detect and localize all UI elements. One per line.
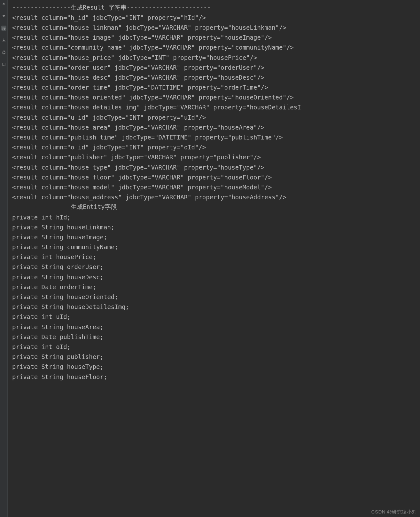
code-line[interactable]: <result column="house_model" jdbcType="V… bbox=[12, 182, 420, 192]
code-line[interactable]: private Date publishTime; bbox=[12, 332, 420, 342]
code-line[interactable]: private String communityName; bbox=[12, 242, 420, 252]
code-line[interactable]: <result column="u_id" jdbcType="INT" pro… bbox=[12, 112, 420, 122]
code-line[interactable]: private String houseFloor; bbox=[12, 372, 420, 382]
code-line[interactable]: private int housePrice; bbox=[12, 252, 420, 262]
code-line[interactable]: private String orderUser; bbox=[12, 262, 420, 272]
code-line[interactable]: private String houseType; bbox=[12, 362, 420, 372]
code-line[interactable]: <result column="publish_time" jdbcType="… bbox=[12, 132, 420, 142]
code-line[interactable]: private String houseImage; bbox=[12, 232, 420, 242]
code-line[interactable]: <result column="house_image" jdbcType="V… bbox=[12, 33, 420, 43]
arrow-up-icon[interactable] bbox=[1, 1, 6, 6]
download-icon[interactable] bbox=[1, 38, 6, 43]
code-line[interactable]: private String houseLinkman; bbox=[12, 222, 420, 232]
code-line[interactable]: private int oId; bbox=[12, 342, 420, 352]
code-line[interactable]: private String houseDesc; bbox=[12, 272, 420, 282]
code-line[interactable]: <result column="house_address" jdbcType=… bbox=[12, 192, 420, 202]
code-line[interactable]: <result column="order_user" jdbcType="VA… bbox=[12, 62, 420, 72]
code-line[interactable]: <result column="house_price" jdbcType="I… bbox=[12, 52, 420, 62]
code-line[interactable]: <result column="house_linkman" jdbcType=… bbox=[12, 22, 420, 32]
editor-gutter bbox=[0, 0, 8, 517]
bookmark-icon[interactable] bbox=[1, 62, 6, 67]
code-editor[interactable]: ----------------生成Result 字符串------------… bbox=[8, 0, 420, 517]
code-line[interactable]: private String houseOriented; bbox=[12, 292, 420, 302]
printer-icon[interactable] bbox=[1, 50, 6, 55]
wrap-icon[interactable] bbox=[1, 26, 6, 31]
code-line[interactable]: <result column="house_detailes_img" jdbc… bbox=[12, 102, 420, 112]
watermark-text: CSDN @研究猿小刘 bbox=[371, 509, 417, 515]
code-line[interactable]: <result column="house_area" jdbcType="VA… bbox=[12, 122, 420, 132]
code-line[interactable]: <result column="community_name" jdbcType… bbox=[12, 43, 420, 52]
code-line[interactable]: <result column="h_id" jdbcType="INT" pro… bbox=[12, 12, 420, 22]
code-line[interactable]: private int hId; bbox=[12, 212, 420, 222]
code-line[interactable]: ----------------生成Result 字符串------------… bbox=[12, 3, 420, 12]
arrow-down-icon[interactable] bbox=[1, 13, 6, 19]
svg-rect-1 bbox=[3, 51, 4, 52]
code-line[interactable]: private Date orderTime; bbox=[12, 282, 420, 292]
code-line[interactable]: <result column="publisher" jdbcType="VAR… bbox=[12, 152, 420, 162]
code-line[interactable]: <result column="house_type" jdbcType="VA… bbox=[12, 162, 420, 172]
code-line[interactable]: <result column="o_id" jdbcType="INT" pro… bbox=[12, 142, 420, 152]
code-line[interactable]: <result column="house_desc" jdbcType="VA… bbox=[12, 72, 420, 82]
code-line[interactable]: ----------------生成Entity字段--------------… bbox=[12, 202, 420, 212]
code-line[interactable]: private String houseDetailesImg; bbox=[12, 302, 420, 312]
code-line[interactable]: private String publisher; bbox=[12, 352, 420, 362]
code-line[interactable]: <result column="house_floor" jdbcType="V… bbox=[12, 172, 420, 182]
code-line[interactable]: <result column="order_time" jdbcType="DA… bbox=[12, 83, 420, 92]
code-line[interactable]: <result column="house_oriented" jdbcType… bbox=[12, 92, 420, 102]
code-line[interactable]: private int uId; bbox=[12, 312, 420, 322]
code-line[interactable]: private String houseArea; bbox=[12, 322, 420, 332]
